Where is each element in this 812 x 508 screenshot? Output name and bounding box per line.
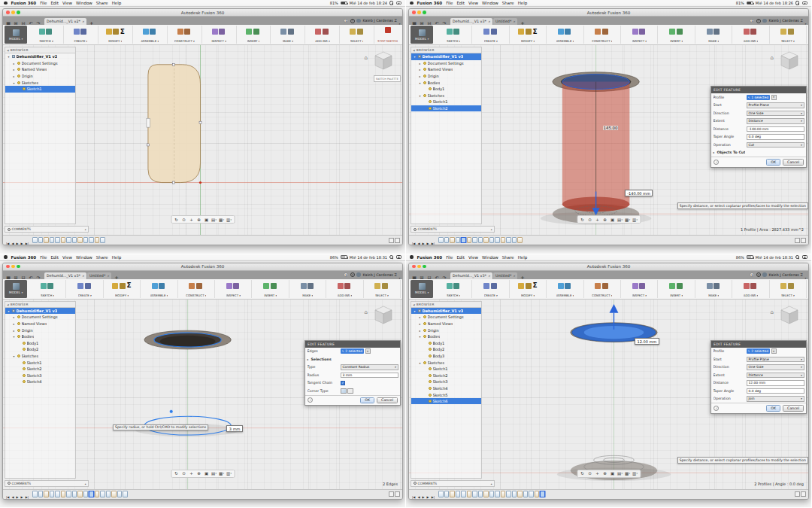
browser-row[interactable]: Named Views bbox=[5, 66, 75, 73]
display-settings-icon[interactable] bbox=[211, 217, 217, 223]
visibility-bulb-icon[interactable] bbox=[429, 367, 432, 370]
value-input[interactable]: 12.00 mm bbox=[747, 380, 804, 386]
orbit-icon[interactable] bbox=[579, 217, 586, 223]
home-icon[interactable] bbox=[771, 303, 774, 317]
dialog-titlebar[interactable]: EDIT FEATURE bbox=[711, 87, 806, 93]
timeline-feature-icon[interactable] bbox=[44, 491, 49, 497]
close-window-button[interactable] bbox=[6, 265, 10, 269]
app-menu[interactable]: Fusion 360 bbox=[11, 1, 37, 5]
browser-row[interactable]: Named Views bbox=[411, 321, 481, 327]
timeline-feature-icon[interactable] bbox=[61, 491, 66, 497]
clear-selection-icon[interactable] bbox=[771, 348, 777, 354]
toolbar-group[interactable]: CONSTRUCT bbox=[168, 26, 202, 44]
document-tab[interactable]: Dehumid..._V1 v2* bbox=[44, 18, 86, 25]
browser-row[interactable]: Body2 bbox=[411, 346, 481, 353]
disclosure-arrow-icon[interactable] bbox=[14, 328, 17, 333]
expand-icon[interactable] bbox=[491, 482, 492, 485]
browser-row[interactable]: Dehumidifier_V1 v3 bbox=[5, 308, 75, 315]
menu-item[interactable]: File bbox=[40, 1, 47, 5]
timeline-feature-icon[interactable] bbox=[66, 491, 71, 497]
zoom-icon[interactable] bbox=[601, 470, 608, 476]
timeline-feature-icon[interactable] bbox=[106, 491, 111, 497]
visibility-bulb-icon[interactable] bbox=[429, 342, 432, 345]
visibility-bulb-icon[interactable] bbox=[17, 68, 20, 71]
timeline-feature-icon[interactable] bbox=[32, 237, 38, 244]
toolbar-group[interactable]: CREATE bbox=[472, 280, 509, 298]
minimize-window-button[interactable] bbox=[417, 11, 421, 14]
timeline-feature-icon[interactable] bbox=[456, 491, 461, 497]
timeline-feature-icon[interactable] bbox=[83, 237, 89, 244]
disclosure-arrow-icon[interactable] bbox=[420, 93, 423, 98]
window-titlebar[interactable]: Autodesk Fusion 360 bbox=[3, 263, 402, 271]
selection-chip[interactable]: 2 selected bbox=[341, 348, 365, 354]
value-input[interactable]: 3 mm bbox=[341, 373, 398, 379]
info-icon[interactable] bbox=[308, 397, 313, 403]
timeline-feature-icon[interactable] bbox=[506, 237, 511, 244]
expand-icon[interactable] bbox=[491, 227, 492, 231]
toolbar-group[interactable]: INSERT bbox=[658, 26, 695, 44]
close-window-button[interactable] bbox=[412, 265, 416, 269]
visibility-bulb-icon[interactable] bbox=[23, 342, 26, 345]
app-menu[interactable]: Fusion 360 bbox=[417, 1, 443, 5]
visibility-bulb-icon[interactable] bbox=[429, 100, 432, 103]
visibility-bulb-icon[interactable] bbox=[423, 329, 426, 332]
dropdown[interactable]: Profile Plane bbox=[747, 102, 804, 108]
visibility-bulb-icon[interactable] bbox=[429, 400, 432, 403]
comments-bar[interactable]: COMMENTS bbox=[411, 226, 495, 233]
pan-icon[interactable] bbox=[594, 217, 601, 223]
browser-row[interactable]: Document Settings bbox=[411, 314, 481, 321]
toolbar-group[interactable]: ADD-INS bbox=[305, 26, 340, 44]
disclosure-arrow-icon[interactable] bbox=[420, 321, 423, 326]
dropdown[interactable]: One Side bbox=[747, 111, 804, 117]
browser-row[interactable]: Sketches bbox=[411, 93, 481, 99]
browser-row[interactable]: Sketches bbox=[5, 353, 75, 360]
timeline-feature-icon[interactable] bbox=[467, 237, 472, 244]
disclosure-arrow-icon[interactable] bbox=[8, 309, 11, 313]
spotlight-icon[interactable] bbox=[389, 255, 394, 260]
menubar-clock[interactable]: Mié 14 de feb 18:31 bbox=[756, 255, 793, 260]
grid-settings-icon[interactable] bbox=[218, 217, 225, 223]
timeline-feature-icon[interactable] bbox=[512, 237, 517, 244]
disclosure-arrow-icon[interactable] bbox=[414, 309, 417, 313]
corner-type-option[interactable] bbox=[347, 388, 353, 394]
zoom-icon[interactable] bbox=[601, 217, 608, 223]
timeline-feature-icon[interactable] bbox=[489, 491, 495, 497]
browser-row[interactable]: Named Views bbox=[5, 321, 75, 327]
timeline-feature-icon[interactable] bbox=[472, 491, 477, 497]
disclosure-arrow-icon[interactable] bbox=[14, 354, 17, 358]
browser-row[interactable]: Body3 bbox=[411, 353, 481, 360]
disclosure-arrow-icon[interactable] bbox=[420, 81, 423, 85]
viewports-icon[interactable] bbox=[226, 217, 232, 223]
timeline-feature-icon[interactable] bbox=[456, 237, 461, 244]
toolbar-group[interactable]: SKETCH bbox=[435, 280, 472, 298]
timeline-feature-icon[interactable] bbox=[478, 491, 483, 497]
browser-row[interactable]: Origin bbox=[411, 327, 481, 333]
browser-row[interactable]: Origin bbox=[411, 73, 481, 80]
timeline-feature-icon[interactable] bbox=[438, 491, 444, 497]
toolbar-group[interactable]: MAKE bbox=[695, 26, 732, 44]
ok-button[interactable]: OK bbox=[766, 405, 780, 412]
toolbar-group[interactable]: MAKE bbox=[271, 26, 305, 44]
minimize-window-button[interactable] bbox=[11, 11, 15, 14]
display-settings-icon[interactable] bbox=[211, 470, 217, 476]
menu-item[interactable]: Help bbox=[518, 255, 528, 260]
visibility-bulb-icon[interactable] bbox=[423, 315, 426, 318]
close-tab-icon[interactable] bbox=[513, 20, 515, 23]
zoom-icon[interactable] bbox=[195, 470, 202, 476]
timeline-feature-icon[interactable] bbox=[438, 237, 444, 244]
toolbar-group[interactable]: ADD-INS bbox=[326, 280, 363, 298]
toolbar-group[interactable]: SKETCH bbox=[29, 26, 64, 44]
help-icon[interactable] bbox=[756, 19, 761, 23]
display-settings-icon[interactable] bbox=[617, 217, 623, 223]
timeline-feature-icon[interactable] bbox=[44, 237, 49, 244]
home-icon[interactable] bbox=[771, 48, 774, 62]
browser-row[interactable]: Body1 bbox=[411, 339, 481, 346]
menu-item[interactable]: Share bbox=[502, 1, 514, 5]
control-center-icon[interactable] bbox=[396, 255, 401, 259]
menu-item[interactable]: View bbox=[62, 1, 72, 5]
visibility-bulb-icon[interactable] bbox=[423, 81, 426, 84]
dialog-titlebar[interactable]: EDIT FEATURE bbox=[711, 341, 806, 348]
control-center-icon[interactable] bbox=[802, 255, 807, 259]
browser-row[interactable]: Bodies bbox=[5, 333, 75, 340]
close-window-button[interactable] bbox=[6, 11, 10, 14]
